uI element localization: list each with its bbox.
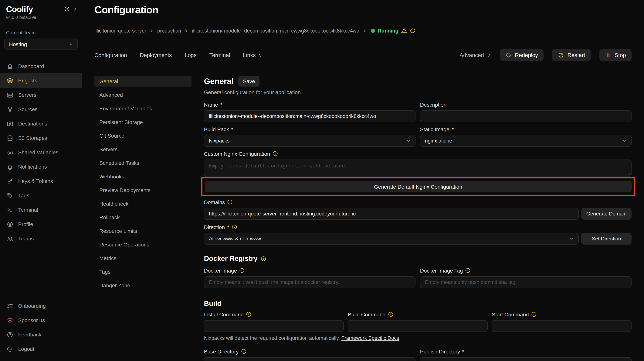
subnav-persistent-storage[interactable]: Persistent Storage bbox=[94, 117, 192, 128]
generate-domain-button[interactable]: Generate Domain bbox=[581, 208, 632, 220]
name-input[interactable] bbox=[204, 111, 416, 122]
breadcrumb-environment[interactable]: production bbox=[157, 28, 181, 34]
nginx-config-textarea[interactable] bbox=[204, 160, 632, 177]
tab-configuration[interactable]: Configuration bbox=[94, 52, 127, 58]
sidebar-item-dashboard[interactable]: Dashboard bbox=[0, 59, 82, 73]
subnav-scheduled-tasks[interactable]: Scheduled Tasks bbox=[94, 157, 192, 168]
subnav-danger-zone[interactable]: Danger Zone bbox=[94, 280, 192, 291]
subnav-preview-deployments[interactable]: Preview Deployments bbox=[94, 185, 192, 196]
tab-deployments[interactable]: Deployments bbox=[140, 52, 172, 58]
info-icon[interactable] bbox=[246, 312, 252, 317]
build-pack-select[interactable]: Nixpacks bbox=[204, 135, 416, 147]
sidebar-item-shared-variables[interactable]: (x) Shared Variables bbox=[0, 145, 82, 160]
info-icon[interactable] bbox=[231, 224, 237, 230]
subnav-rollback[interactable]: Rollback bbox=[94, 212, 192, 223]
stop-button[interactable]: Stop bbox=[600, 49, 632, 62]
base-directory-input[interactable] bbox=[204, 357, 416, 361]
sidebar-collapse-icon[interactable] bbox=[72, 7, 77, 11]
sidebar-item-feedback[interactable]: Feedback bbox=[0, 327, 82, 342]
subnav-servers[interactable]: Servers bbox=[94, 144, 192, 155]
subnav-git-source[interactable]: Git Source bbox=[94, 130, 192, 141]
chevron-updown-icon bbox=[258, 53, 262, 58]
build-command-input[interactable] bbox=[348, 320, 488, 332]
info-icon[interactable] bbox=[241, 349, 247, 354]
info-icon[interactable] bbox=[227, 199, 233, 205]
chevron-right-icon bbox=[184, 29, 189, 33]
warning-icon[interactable] bbox=[401, 28, 407, 34]
general-form: General Save General configuration for y… bbox=[204, 76, 632, 361]
generate-nginx-config-button[interactable]: Generate Default Nginx Configuration bbox=[205, 181, 632, 193]
name-field-group: Name * bbox=[204, 102, 416, 122]
sidebar-item-sources[interactable]: Sources bbox=[0, 102, 82, 116]
start-command-input[interactable] bbox=[492, 320, 632, 332]
install-command-input[interactable] bbox=[204, 320, 344, 332]
tag-icon bbox=[7, 192, 13, 199]
static-image-label: Static Image * bbox=[420, 126, 632, 133]
subnav-advanced[interactable]: Advanced bbox=[94, 89, 192, 100]
status-group: Running bbox=[371, 28, 415, 34]
publish-directory-input[interactable] bbox=[420, 357, 632, 361]
subnav-metrics[interactable]: Metrics bbox=[94, 253, 192, 264]
tab-links[interactable]: Links bbox=[243, 52, 262, 58]
chevron-right-icon bbox=[362, 29, 367, 33]
sidebar-nav: Dashboard Projects Servers Sources Desti… bbox=[0, 59, 82, 246]
docker-image-tag-input[interactable] bbox=[420, 276, 632, 288]
direction-select[interactable]: Allow www & non-www. bbox=[204, 233, 579, 245]
theme-sun-icon[interactable] bbox=[64, 6, 70, 12]
description-input[interactable] bbox=[420, 111, 632, 122]
sidebar-item-tags[interactable]: Tags bbox=[0, 188, 82, 203]
tab-terminal[interactable]: Terminal bbox=[210, 52, 230, 58]
info-icon[interactable] bbox=[531, 312, 537, 317]
restart-button[interactable]: Restart bbox=[552, 49, 591, 62]
subnav-resource-limits[interactable]: Resource Limits bbox=[94, 225, 192, 236]
toolbar-actions: Advanced Redeploy Restart Stop bbox=[460, 49, 632, 62]
redeploy-button[interactable]: Redeploy bbox=[500, 49, 544, 62]
set-direction-button[interactable]: Set Direction bbox=[581, 233, 632, 245]
breadcrumb-resource[interactable]: illicitestonion/-module--decomposition:m… bbox=[192, 28, 359, 34]
info-icon[interactable] bbox=[465, 268, 471, 273]
sidebar-item-notifications[interactable]: Notifications bbox=[0, 160, 82, 174]
static-image-select[interactable]: nginx:alpine bbox=[420, 135, 632, 147]
team-select[interactable]: Hosting bbox=[4, 39, 78, 50]
chevron-down-icon bbox=[622, 139, 627, 143]
users-icon bbox=[7, 235, 13, 242]
refresh-icon[interactable] bbox=[410, 28, 416, 34]
sidebar-item-servers[interactable]: Servers bbox=[0, 88, 82, 102]
directories-row: Base Directory Publish Directory * bbox=[204, 348, 632, 361]
tab-logs[interactable]: Logs bbox=[185, 52, 196, 58]
breadcrumb-project[interactable]: illicitonion quote server bbox=[94, 28, 146, 34]
domains-input[interactable] bbox=[204, 208, 579, 220]
chevron-down-icon bbox=[406, 139, 411, 143]
save-button[interactable]: Save bbox=[238, 76, 260, 87]
chevron-right-icon bbox=[150, 29, 154, 33]
sidebar-item-teams[interactable]: Teams bbox=[0, 231, 82, 246]
sidebar-item-destinations[interactable]: Destinations bbox=[0, 116, 82, 131]
subnav-resource-operations[interactable]: Resource Operations bbox=[94, 239, 192, 250]
subnav-webhooks[interactable]: Webhooks bbox=[94, 171, 192, 182]
sidebar-item-sponsor[interactable]: Sponsor us bbox=[0, 313, 82, 327]
subnav-healthcheck[interactable]: Healthcheck bbox=[94, 198, 192, 209]
subnav-general[interactable]: General bbox=[94, 76, 192, 87]
sidebar-item-terminal[interactable]: Terminal bbox=[0, 203, 82, 217]
framework-docs-link[interactable]: Framework Specific Docs bbox=[341, 335, 399, 341]
subnav-environment-variables[interactable]: Environment Variables bbox=[94, 103, 192, 114]
info-icon[interactable] bbox=[239, 268, 245, 273]
sidebar-item-projects[interactable]: Projects bbox=[0, 73, 82, 88]
advanced-dropdown[interactable]: Advanced bbox=[460, 52, 491, 58]
sidebar-item-s3-storages[interactable]: S3 Storages bbox=[0, 131, 82, 145]
sidebar-item-onboarding[interactable]: Onboarding bbox=[0, 299, 82, 313]
app-logo: Coolify bbox=[6, 5, 33, 14]
subnav-tags[interactable]: Tags bbox=[94, 266, 192, 277]
resize-handle-icon[interactable] bbox=[627, 172, 630, 176]
map-icon bbox=[7, 120, 13, 127]
sidebar-item-logout[interactable]: Logout bbox=[0, 342, 82, 356]
sidebar-item-profile[interactable]: Profile bbox=[0, 217, 82, 231]
sidebar-item-keys-tokens[interactable]: Keys & Tokens bbox=[0, 174, 82, 188]
docker-image-input[interactable] bbox=[204, 276, 416, 288]
info-icon[interactable] bbox=[272, 151, 278, 157]
info-icon[interactable] bbox=[260, 256, 266, 262]
status-running-link[interactable]: Running bbox=[378, 28, 398, 34]
info-icon[interactable] bbox=[388, 312, 394, 317]
buildpack-staticimage-row: Build Pack * Nixpacks Static Image * bbox=[204, 126, 632, 147]
terminal-icon bbox=[7, 207, 13, 213]
